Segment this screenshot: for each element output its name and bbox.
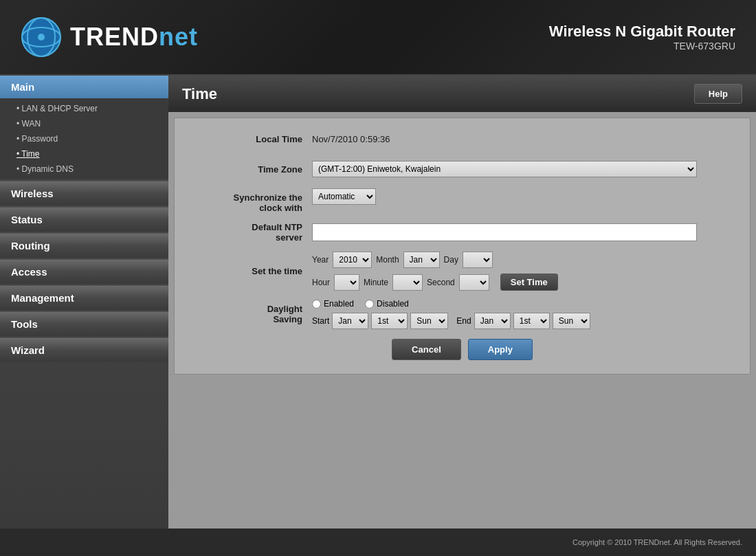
sidebar-item-wan[interactable]: • WAN bbox=[0, 116, 168, 131]
sidebar-btn-access[interactable]: Access bbox=[0, 259, 168, 284]
day-select[interactable]: 1234 56789 10 bbox=[463, 252, 493, 268]
daylight-area: Enabled Disabled Start JanFebMa bbox=[312, 299, 736, 329]
local-time-control: Nov/7/2010 0:59:36 bbox=[312, 134, 736, 144]
enabled-radio[interactable] bbox=[312, 300, 321, 309]
set-time-control: Year 201020112012 Month JanFebMarApr May… bbox=[312, 252, 736, 291]
disabled-radio[interactable] bbox=[365, 300, 374, 309]
daylight-row: DaylightSaving Enabled Disabled bbox=[188, 299, 736, 329]
dst-end-day-select[interactable]: SunMonTueWed ThuFriSat bbox=[553, 313, 590, 329]
disabled-label: Disabled bbox=[377, 299, 409, 309]
year-select[interactable]: 201020112012 bbox=[333, 252, 372, 268]
set-time-date-row: Year 201020112012 Month JanFebMarApr May… bbox=[312, 252, 736, 268]
sidebar-section-wizard: Wizard bbox=[0, 337, 168, 362]
sync-control: Automatic Manual NTP Server bbox=[312, 188, 736, 205]
content-header: Time Help bbox=[168, 76, 756, 112]
sidebar-item-lan-dhcp[interactable]: • LAN & DHCP Server bbox=[0, 101, 168, 116]
content-body: SetupRouter.com Local Time Nov/7/2010 0:… bbox=[168, 112, 756, 529]
router-info: Wireless N Gigabit Router TEW-673GRU bbox=[549, 23, 735, 52]
daylight-label: DaylightSaving bbox=[188, 304, 312, 324]
local-time-label: Local Time bbox=[188, 134, 312, 144]
sidebar-btn-status[interactable]: Status bbox=[0, 207, 168, 232]
sync-row: Synchronize theclock with Automatic Manu… bbox=[188, 188, 736, 213]
sidebar-header-main[interactable]: Main bbox=[0, 76, 168, 98]
daylight-radio-row: Enabled Disabled bbox=[312, 299, 736, 309]
set-time-clock-row: Hour 012 Minute 030 Second 03 bbox=[312, 274, 736, 291]
ntp-input[interactable] bbox=[312, 223, 697, 241]
ntp-label: Default NTPserver bbox=[188, 222, 312, 243]
timezone-label: Time Zone bbox=[188, 164, 312, 175]
sidebar-btn-routing[interactable]: Routing bbox=[0, 233, 168, 258]
local-time-value: Nov/7/2010 0:59:36 bbox=[312, 134, 390, 144]
sidebar-sub-main: • LAN & DHCP Server • WAN • Password • T… bbox=[0, 98, 168, 179]
daylight-control: Enabled Disabled Start JanFebMa bbox=[312, 299, 736, 329]
set-time-row: Set the time Year 201020112012 Month Jan… bbox=[188, 252, 736, 291]
dst-start-day-select[interactable]: SunMonTueWed ThuFriSat bbox=[410, 313, 448, 329]
set-time-area: Year 201020112012 Month JanFebMarApr May… bbox=[312, 252, 736, 291]
sidebar-section-management: Management bbox=[0, 285, 168, 310]
content-area: Time Help SetupRouter.com Local Time Nov… bbox=[168, 76, 756, 529]
sidebar-section-access: Access bbox=[0, 259, 168, 284]
model-number: TEW-673GRU bbox=[549, 41, 735, 52]
header: TRENDnet Wireless N Gigabit Router TEW-6… bbox=[0, 0, 756, 76]
sidebar-section-routing: Routing bbox=[0, 233, 168, 258]
logo-text: TRENDnet bbox=[70, 23, 198, 52]
dst-end-month-select[interactable]: JanFebMarApr MayJunJulAug SepOctNovDec bbox=[474, 313, 511, 329]
dst-start-week-select[interactable]: 1st2nd3rd4thLast bbox=[371, 313, 408, 329]
sidebar-btn-management[interactable]: Management bbox=[0, 285, 168, 310]
form-area: Local Time Nov/7/2010 0:59:36 Time Zone … bbox=[174, 118, 751, 375]
year-label: Year bbox=[312, 255, 329, 265]
sidebar-section-tools: Tools bbox=[0, 311, 168, 336]
auto-select-area: Automatic Manual NTP Server bbox=[312, 188, 736, 205]
second-label: Second bbox=[427, 278, 455, 287]
footer: Copyright © 2010 TRENDnet. All Rights Re… bbox=[0, 529, 756, 556]
sidebar-item-password[interactable]: • Password bbox=[0, 131, 168, 146]
set-time-label: Set the time bbox=[188, 266, 312, 276]
timezone-control: (GMT-12:00) Eniwetok, Kwajalein (GMT-11:… bbox=[312, 161, 736, 177]
set-time-button[interactable]: Set Time bbox=[500, 274, 558, 291]
copyright-text: Copyright © 2010 TRENDnet. All Rights Re… bbox=[572, 538, 742, 546]
dst-start-month-select[interactable]: JanFebMarApr MayJunJulAug SepOctNovDec bbox=[332, 313, 368, 329]
sidebar-item-time[interactable]: • Time bbox=[0, 146, 168, 162]
trendnet-logo-icon bbox=[21, 16, 62, 58]
sidebar-btn-wireless[interactable]: Wireless bbox=[0, 181, 168, 205]
sidebar-item-dynamic-dns[interactable]: • Dynamic DNS bbox=[0, 162, 168, 177]
svg-point-3 bbox=[38, 34, 45, 41]
logo-area: TRENDnet bbox=[21, 16, 198, 58]
local-time-row: Local Time Nov/7/2010 0:59:36 bbox=[188, 128, 736, 150]
ntp-control bbox=[312, 223, 736, 241]
sidebar: Main • LAN & DHCP Server • WAN • Passwor… bbox=[0, 76, 168, 529]
dst-dates-row: Start JanFebMarApr MayJunJulAug SepOctNo… bbox=[312, 313, 736, 329]
sidebar-btn-wizard[interactable]: Wizard bbox=[0, 337, 168, 362]
enabled-radio-label[interactable]: Enabled bbox=[312, 299, 354, 309]
sidebar-section-main: Main • LAN & DHCP Server • WAN • Passwor… bbox=[0, 76, 168, 179]
apply-button[interactable]: Apply bbox=[468, 339, 533, 360]
day-label: Day bbox=[444, 255, 458, 265]
disabled-radio-label[interactable]: Disabled bbox=[365, 299, 409, 309]
ntp-row: Default NTPserver bbox=[188, 221, 736, 243]
sidebar-btn-tools[interactable]: Tools bbox=[0, 311, 168, 336]
dst-end-week-select[interactable]: 1st2nd3rd4thLast bbox=[513, 313, 550, 329]
cancel-button[interactable]: Cancel bbox=[392, 339, 461, 360]
product-line: Wireless N Gigabit Router bbox=[549, 23, 735, 41]
sidebar-section-status: Status bbox=[0, 207, 168, 232]
main-layout: Main • LAN & DHCP Server • WAN • Passwor… bbox=[0, 76, 756, 529]
timezone-row: Time Zone (GMT-12:00) Eniwetok, Kwajalei… bbox=[188, 158, 736, 180]
hour-label: Hour bbox=[312, 278, 330, 287]
sync-select[interactable]: Automatic Manual NTP Server bbox=[312, 188, 376, 205]
minute-label: Minute bbox=[364, 278, 388, 287]
sync-label: Synchronize theclock with bbox=[188, 188, 312, 213]
help-button[interactable]: Help bbox=[694, 84, 742, 104]
enabled-label: Enabled bbox=[324, 299, 354, 309]
button-row: Cancel Apply bbox=[188, 339, 736, 364]
month-select[interactable]: JanFebMarApr MayJunJulAug SepOctNovDec bbox=[403, 252, 440, 268]
month-label: Month bbox=[376, 255, 399, 265]
hour-select[interactable]: 012 bbox=[334, 274, 359, 291]
sidebar-section-wireless: Wireless bbox=[0, 181, 168, 205]
minute-select[interactable]: 030 bbox=[392, 274, 423, 291]
second-select[interactable]: 030 bbox=[459, 274, 489, 291]
page-title: Time bbox=[182, 85, 217, 103]
start-label: Start bbox=[312, 316, 329, 326]
end-label: End bbox=[456, 316, 471, 326]
timezone-select[interactable]: (GMT-12:00) Eniwetok, Kwajalein (GMT-11:… bbox=[312, 161, 697, 177]
